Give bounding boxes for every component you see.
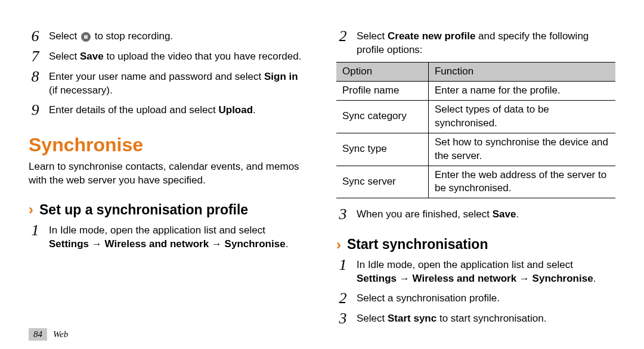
page-body: 6 Select to stop recording. 7 Select Sav… [0,0,644,341]
step-text: Select Save to upload the video that you… [49,49,308,64]
profile-options-table: Option Function Profile name Enter a nam… [336,62,615,199]
step: 3 Select Start sync to start synchronisa… [336,311,615,326]
step: 3 When you are finished, select Save. [336,207,615,222]
table-cell: Select types of data to be synchronised. [428,100,615,133]
table-header-function: Function [428,62,615,81]
step: 2 Select Create new profile and specify … [336,29,615,57]
step-text: In Idle mode, open the application list … [49,223,308,251]
step: 7 Select Save to upload the video that y… [29,49,308,64]
step-text: In Idle mode, open the application list … [357,257,615,286]
step-text: Select Start sync to start synchronisati… [357,311,615,326]
chevron-icon: › [29,202,33,217]
subsection-setup-profile: › Set up a synchronisation profile [29,201,308,219]
section-title-synchronise: Synchronise [29,132,308,158]
step: 8 Enter your user name and password and … [29,69,308,98]
step-number: 3 [336,207,349,222]
step-number: 2 [336,291,349,306]
step-text: Enter your user name and password and se… [49,69,308,98]
table-row: Sync category Select types of data to be… [336,100,615,133]
step-number: 2 [336,29,349,44]
step: 2 Select a synchronisation profile. [336,291,615,306]
step: 1 In Idle mode, open the application lis… [336,257,615,286]
step-number: 9 [29,102,42,118]
table-cell: Profile name [336,81,428,100]
step-number: 6 [29,29,42,44]
right-column: 2 Select Create new profile and specify … [336,29,615,331]
subsection-start-sync: › Start synchronisation [336,235,615,254]
chevron-icon: › [336,238,341,252]
table-cell: Set how to synchronise the device and th… [428,133,615,166]
left-column: 6 Select to stop recording. 7 Select Sav… [29,29,308,331]
page-footer: 84 Web [29,328,68,341]
step-number: 3 [336,311,349,326]
table-cell: Enter the web address of the server to b… [428,166,615,198]
table-header-option: Option [336,62,428,81]
step: 9 Enter details of the upload and select… [29,102,308,118]
table-row: Profile name Enter a name for the profil… [336,81,615,100]
step-number: 8 [29,69,42,85]
text-pre: Select [49,30,80,42]
step-number: 1 [336,257,349,273]
table-cell: Enter a name for the profile. [428,81,615,100]
stop-record-icon [81,32,91,42]
page-number: 84 [29,328,47,341]
step-text: Select to stop recording. [49,29,308,43]
step-number: 7 [29,49,42,64]
step: 1 In Idle mode, open the application lis… [29,223,308,251]
table-row: Sync type Set how to synchronise the dev… [336,133,615,166]
step-text: Enter details of the upload and select U… [49,102,308,117]
table-cell: Sync category [336,100,428,133]
text-post: to stop recording. [95,30,173,42]
step-text: Select Create new profile and specify th… [357,29,615,57]
footer-section-label: Web [53,329,68,339]
table-cell: Sync server [336,166,428,198]
table-row: Sync server Enter the web address of the… [336,166,615,198]
table-cell: Sync type [336,133,428,166]
table-header-row: Option Function [336,62,615,81]
step-text: When you are finished, select Save. [357,207,615,222]
step-text: Select a synchronisation profile. [357,291,615,306]
step-number: 1 [29,223,42,238]
section-description: Learn to synchronise contacts, calendar … [29,160,308,188]
subsection-title-text: Set up a synchronisation profile [39,201,248,219]
subsection-title-text: Start synchronisation [347,235,488,254]
step: 6 Select to stop recording. [29,29,308,44]
